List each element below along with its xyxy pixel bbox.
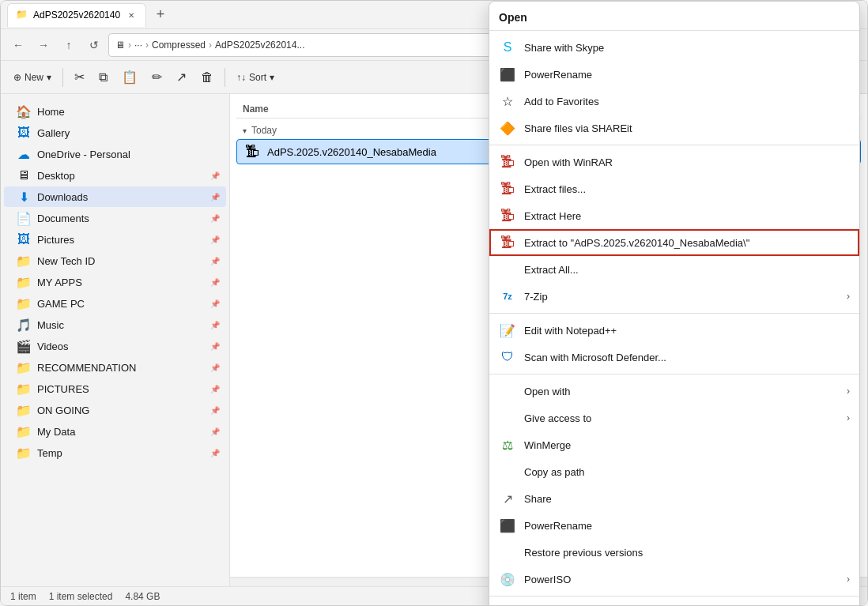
ctx-give-access[interactable]: · Give access to › <box>489 405 859 431</box>
ctx-extract-all[interactable]: · Extract All... <box>489 256 859 283</box>
ongoing-label: ON GOING <box>37 405 204 416</box>
sidebar: 🏠 Home 🖼 Gallery ☁ OneDrive - Personal 🖥… <box>1 94 230 586</box>
pictures-label: Pictures <box>37 234 204 246</box>
new-tech-id-label: New Tech ID <box>37 255 204 267</box>
documents-icon: 📄 <box>17 211 31 225</box>
sidebar-item-desktop[interactable]: 🖥 Desktop 📌 <box>4 165 226 186</box>
sidebar-item-downloads[interactable]: ⬇ Downloads 📌 <box>4 186 226 207</box>
downloads-pin: 📌 <box>210 193 220 201</box>
delete-button[interactable]: 🗑 <box>194 65 220 90</box>
toolbar-sep1 <box>62 68 63 87</box>
pictures2-pin: 📌 <box>210 385 220 393</box>
sort-button[interactable]: ↑↓ Sort ▾ <box>230 65 281 90</box>
ctx-defender-label: Scan with Microsoft Defender... <box>524 352 850 363</box>
open-with-icon: · <box>499 382 516 400</box>
sidebar-item-my-apps[interactable]: 📁 MY APPS 📌 <box>4 272 226 292</box>
file-zip-icon: 🗜 <box>243 143 261 160</box>
ctx-favorites-label: Add to Favorites <box>524 96 850 107</box>
extract-files-icon: 🗜 <box>499 180 516 198</box>
sidebar-item-pictures2[interactable]: 📁 PICTURES 📌 <box>4 378 226 399</box>
ctx-powerrename-top[interactable]: ⬛ PowerRename <box>489 61 859 88</box>
cut-icon: ✂ <box>74 70 85 85</box>
poweriso-icon: 💿 <box>499 570 516 588</box>
game-pc-label: GAME PC <box>37 298 204 310</box>
sidebar-item-game-pc[interactable]: 📁 GAME PC 📌 <box>4 293 226 314</box>
powerrename-top-icon: ⬛ <box>499 66 516 83</box>
back-button[interactable]: ← <box>7 34 29 56</box>
forward-button[interactable]: → <box>32 34 55 56</box>
breadcrumb-sep3: › <box>209 40 212 51</box>
game-pc-pin: 📌 <box>210 299 220 308</box>
new-button[interactable]: ⊕ New ▾ <box>7 65 58 90</box>
poweriso-arrow: › <box>847 574 850 585</box>
pictures2-icon: 📁 <box>17 382 31 396</box>
powerrename-bot-icon: ⬛ <box>499 517 516 534</box>
desktop-pin: 📌 <box>210 171 220 180</box>
ctx-open-winrar[interactable]: 🗜 Open with WinRAR <box>489 149 859 175</box>
ctx-winmerge[interactable]: ⚖ WinMerge <box>489 431 859 458</box>
home-icon: 🏠 <box>17 104 31 119</box>
ctx-add-favorites[interactable]: ☆ Add to Favorites <box>489 88 859 115</box>
sidebar-item-onedrive[interactable]: ☁ OneDrive - Personal <box>4 144 226 164</box>
ctx-extract-files[interactable]: 🗜 Extract files... <box>489 175 859 202</box>
breadcrumb-compressed[interactable]: Compressed <box>152 40 206 51</box>
share-button[interactable]: ↗ <box>170 65 193 90</box>
ctx-shareit[interactable]: 🔶 Share files via SHAREit <box>489 115 859 141</box>
ctx-poweriso-label: PowerISO <box>524 574 839 585</box>
sidebar-item-recommendation[interactable]: 📁 RECOMMENDATION 📌 <box>4 357 226 378</box>
ctx-winmerge-label: WinMerge <box>524 439 850 451</box>
up-button[interactable]: ↑ <box>58 34 80 56</box>
ctx-restore-versions[interactable]: · Restore previous versions <box>489 539 859 566</box>
temp-icon: 📁 <box>17 446 31 460</box>
ctx-sep-4 <box>489 596 859 597</box>
pictures-pin: 📌 <box>210 235 220 244</box>
new-tab-button[interactable]: + <box>149 4 172 26</box>
breadcrumb-current[interactable]: AdPS2025v262014... <box>215 40 304 51</box>
sidebar-item-music[interactable]: 🎵 Music 📌 <box>4 314 226 335</box>
breadcrumb-more: ··· <box>134 40 142 51</box>
sidebar-item-home[interactable]: 🏠 Home <box>4 101 226 122</box>
ctx-open-with-label: Open with <box>524 386 839 397</box>
ctx-share[interactable]: ↗ Share <box>489 485 859 512</box>
sidebar-item-pictures[interactable]: 🖼 Pictures 📌 <box>4 229 226 250</box>
sidebar-item-ongoing[interactable]: 📁 ON GOING 📌 <box>4 400 226 420</box>
rename-icon: ✏ <box>152 70 162 85</box>
cut-button[interactable]: ✂ <box>68 65 91 90</box>
ongoing-icon: 📁 <box>17 403 31 417</box>
refresh-button[interactable]: ↺ <box>83 34 105 56</box>
ctx-7zip[interactable]: 7z 7-Zip › <box>489 283 859 310</box>
restore-icon: · <box>499 544 516 561</box>
sidebar-item-documents[interactable]: 📄 Documents 📌 <box>4 208 226 228</box>
active-tab[interactable]: 📁 AdPS2025v2620140 ✕ <box>7 3 146 27</box>
ctx-send-to[interactable]: · Send to › <box>489 600 859 606</box>
ctx-powerrename-bot[interactable]: ⬛ PowerRename <box>489 512 859 539</box>
ctx-defender[interactable]: 🛡 Scan with Microsoft Defender... <box>489 344 859 371</box>
sidebar-item-temp[interactable]: 📁 Temp 📌 <box>4 442 226 463</box>
paste-button[interactable]: 📋 <box>115 65 144 90</box>
group-arrow-icon: ▾ <box>243 126 247 135</box>
ctx-extract-to[interactable]: 🗜 Extract to "AdPS.2025.v2620140_NesabaM… <box>489 229 859 256</box>
my-apps-icon: 📁 <box>17 275 31 289</box>
ctx-extract-here[interactable]: 🗜 Extract Here <box>489 202 859 229</box>
rename-button[interactable]: ✏ <box>145 65 168 90</box>
ctx-poweriso[interactable]: 💿 PowerISO › <box>489 566 859 593</box>
sidebar-item-new-tech-id[interactable]: 📁 New Tech ID 📌 <box>4 250 226 271</box>
ctx-share-label: Share <box>524 493 850 505</box>
ctx-open-with[interactable]: · Open with › <box>489 378 859 405</box>
toolbar-sep2 <box>225 68 225 87</box>
ctx-notepad-label: Edit with Notepad++ <box>524 325 850 337</box>
sidebar-item-mydata[interactable]: 📁 My Data 📌 <box>4 421 226 442</box>
ctx-shareit-label: Share files via SHAREit <box>524 122 850 134</box>
extract-to-icon: 🗜 <box>499 234 516 251</box>
item-selected: 1 item selected <box>49 591 113 602</box>
tab-close-button[interactable]: ✕ <box>125 9 138 21</box>
sidebar-item-gallery[interactable]: 🖼 Gallery <box>4 122 226 143</box>
copy-button[interactable]: ⧉ <box>92 65 114 90</box>
game-pc-icon: 📁 <box>17 296 31 311</box>
ctx-share-skype[interactable]: S Share with Skype <box>489 34 859 61</box>
ctx-notepad[interactable]: 📝 Edit with Notepad++ <box>489 317 859 344</box>
sidebar-item-videos[interactable]: 🎬 Videos 📌 <box>4 336 226 356</box>
ctx-copy-path[interactable]: · Copy as path <box>489 458 859 485</box>
ctx-restore-label: Restore previous versions <box>524 547 850 559</box>
new-icon: ⊕ <box>13 72 21 83</box>
